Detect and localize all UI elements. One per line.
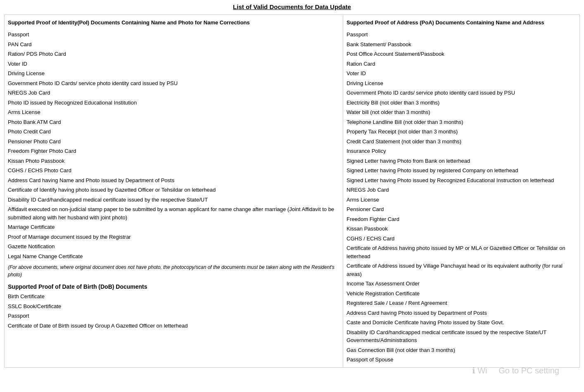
- list-item: PAN Card: [8, 40, 339, 50]
- list-item: Kissan Photo Passbook: [8, 156, 339, 166]
- page-title: List of Valid Documents for Data Update: [4, 3, 580, 10]
- list-item: Address Card having Photo issued by Depa…: [347, 308, 576, 318]
- list-item: Gas Connection Bill (not older than 3 mo…: [347, 345, 576, 355]
- list-item: Photo ID issued by Recognized Educationa…: [8, 98, 339, 108]
- list-item: NREGS Job Card: [347, 185, 576, 195]
- list-item: Kissan Passbook: [347, 224, 576, 234]
- list-item: Passport: [8, 311, 339, 321]
- list-item: Photo Bank ATM Card: [8, 117, 339, 127]
- list-item: Post Office Account Statement/Passbook: [347, 49, 576, 59]
- list-item: Voter ID: [347, 69, 576, 78]
- list-item: Government Photo ID cards/ service photo…: [347, 88, 576, 98]
- poi-note: (For above documents, where original doc…: [8, 264, 339, 278]
- right-column: Supported Proof of Address (PoA) Documen…: [343, 15, 579, 367]
- list-item: Credit Card Statement (not older than 3 …: [347, 137, 576, 147]
- poa-items-list: PassportBank Statement/ PassbookPost Off…: [347, 30, 576, 365]
- list-item: Gazette Notification: [8, 242, 339, 252]
- right-column-header: Supported Proof of Address (PoA) Documen…: [347, 17, 576, 30]
- list-item: Driving License: [8, 69, 339, 78]
- list-item: Water bill (not older than 3 months): [347, 107, 576, 117]
- list-item: Certificate of Date of Birth issued by G…: [8, 321, 339, 331]
- list-item: Signed Letter having Photo issued by reg…: [347, 166, 576, 176]
- list-item: Disability ID Card/handicapped medical c…: [8, 195, 339, 205]
- list-item: Birth Certificate: [8, 292, 339, 302]
- page-container: List of Valid Documents for Data Update …: [0, 0, 584, 392]
- list-item: Photo Credit Card: [8, 127, 339, 137]
- list-item: NREGS Job Card: [8, 88, 339, 98]
- list-item: Property Tax Receipt (not older than 3 m…: [347, 127, 576, 137]
- list-item: Insurance Policy: [347, 146, 576, 156]
- list-item: Telephone Landline Bill (not older than …: [347, 117, 576, 127]
- list-item: Legal Name Change Certificate: [8, 252, 339, 261]
- list-item: Certificate of Address having photo issu…: [347, 243, 576, 261]
- list-item: Marriage Certificate: [8, 222, 339, 232]
- list-item: Signed Letter having Photo issued by Rec…: [347, 176, 576, 185]
- list-item: Bank Statement/ Passbook: [347, 40, 576, 50]
- list-item: Registered Sale / Lease / Rent Agreement: [347, 298, 576, 308]
- list-item: Signed Letter having Photo from Bank on …: [347, 156, 576, 166]
- left-column-header: Supported Proof of Identity(PoI) Documen…: [8, 17, 339, 30]
- list-item: CGHS / ECHS Card: [347, 234, 576, 244]
- list-item: Arms License: [347, 195, 576, 205]
- list-item: Proof of Marriage document issued by the…: [8, 232, 339, 242]
- list-item: Disability ID Card/handicapped medical c…: [347, 328, 576, 345]
- list-item: Driving License: [347, 78, 576, 88]
- dob-items-list: Birth CertificateSSLC Book/CertificatePa…: [8, 292, 339, 330]
- list-item: Freedom Fighter Photo Card: [8, 146, 339, 156]
- dob-section-header: Supported Proof of Date of Birth (DoB) D…: [8, 283, 339, 290]
- list-item: Certificate of Identify having photo iss…: [8, 185, 339, 195]
- list-item: Pensioner Photo Card: [8, 137, 339, 147]
- list-item: Freedom Fighter Card: [347, 214, 576, 224]
- list-item: Affidavit executed on non-judicial stamp…: [8, 204, 339, 222]
- list-item: Pensioner Card: [347, 204, 576, 214]
- list-item: Address Card having Name and Photo issue…: [8, 176, 339, 185]
- list-item: SSLC Book/Certificate: [8, 302, 339, 311]
- list-item: Vehicle Registration Certificate: [347, 289, 576, 299]
- two-col-layout: Supported Proof of Identity(PoI) Documen…: [4, 14, 580, 368]
- list-item: Arms License: [8, 107, 339, 117]
- list-item: Passport of Spouse: [347, 355, 576, 365]
- list-item: Government Photo ID Cards/ service photo…: [8, 78, 339, 88]
- list-item: Passport: [8, 30, 339, 40]
- list-item: Income Tax Assessment Order: [347, 279, 576, 289]
- list-item: Certificate of Address issued by Village…: [347, 261, 576, 279]
- poi-items-list: PassportPAN CardRation/ PDS Photo CardVo…: [8, 30, 339, 261]
- list-item: Voter ID: [8, 59, 339, 69]
- list-item: Electricity Bill (not older than 3 month…: [347, 98, 576, 108]
- left-column: Supported Proof of Identity(PoI) Documen…: [5, 15, 343, 367]
- list-item: CGHS / ECHS Photo Card: [8, 166, 339, 176]
- list-item: Ration/ PDS Photo Card: [8, 49, 339, 59]
- list-item: Caste and Domicile Certificate having Ph…: [347, 318, 576, 328]
- list-item: Ration Card: [347, 59, 576, 69]
- list-item: Passport: [347, 30, 576, 40]
